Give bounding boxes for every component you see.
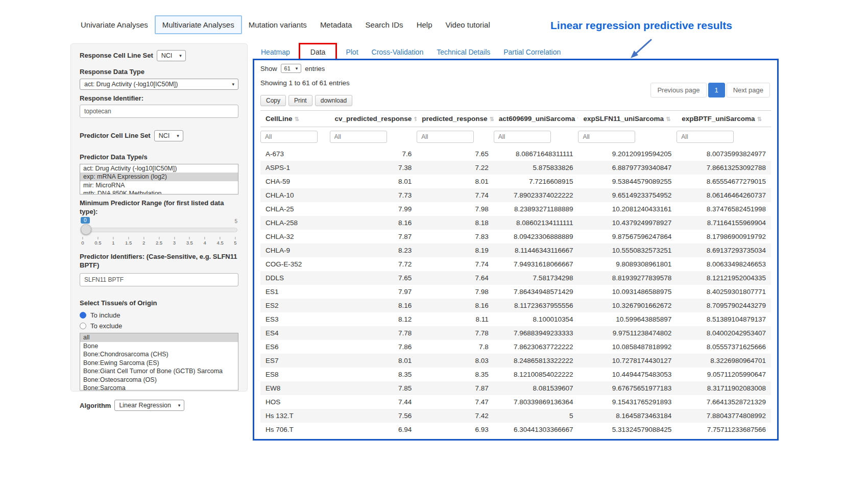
tab-cross-validation[interactable]: Cross-Validation bbox=[365, 45, 430, 59]
predictor-type-option-exp-mrna-expression-log2[interactable]: exp: mRNA Expression (log2) bbox=[80, 173, 238, 181]
table-row[interactable]: Hs 132.T7.567.4258.16458734631847.880437… bbox=[260, 409, 771, 423]
table-row[interactable]: ES88.358.358.1210085402222210.4494475483… bbox=[260, 368, 771, 381]
column-header-expbptf-unisarcoma[interactable]: expBPTF_uniSarcoma⇅ bbox=[677, 111, 771, 127]
predictor-type-option-mth-dna-850k-methylation[interactable]: mth: DNA 850K Methylation bbox=[80, 189, 238, 194]
table-row[interactable]: ES78.018.038.2486581332222210.7278174430… bbox=[260, 354, 771, 368]
table-cell: 7.86613253092788 bbox=[677, 161, 771, 175]
table-cell: 8.1645873463184 bbox=[578, 409, 677, 423]
table-cell: 7.22 bbox=[417, 161, 494, 175]
table-row[interactable]: ES38.128.118.10001035410.5996438858978.5… bbox=[260, 312, 771, 326]
nav-tab-mutation-variants[interactable]: Mutation variants bbox=[242, 16, 314, 33]
print-button[interactable]: Print bbox=[288, 95, 312, 106]
slider-track[interactable] bbox=[81, 228, 237, 232]
table-row[interactable]: CHLA-2588.168.188.0860213411111110.43792… bbox=[260, 216, 771, 230]
cell-line-name: EW8 bbox=[260, 381, 330, 395]
column-header-predicted-response[interactable]: predicted_response⇅ bbox=[417, 111, 494, 127]
table-cell: 10.0858487818992 bbox=[578, 340, 677, 354]
table-row[interactable]: CHLA-327.877.838.094233068888899.8756759… bbox=[260, 230, 771, 243]
table-cell: 7.78 bbox=[417, 326, 494, 340]
tissue-option-all[interactable]: all bbox=[80, 333, 238, 342]
table-row[interactable]: HOS7.447.477.803398691363649.15431765291… bbox=[260, 395, 771, 409]
pagination: Previous page 1 Next page bbox=[650, 83, 770, 97]
column-filter-input-expbptf-unisarcoma[interactable] bbox=[677, 131, 734, 143]
table-row[interactable]: Hs 706.T6.946.936.304413033666675.313245… bbox=[260, 423, 771, 436]
table-cell: 7.80339869136364 bbox=[494, 395, 578, 409]
table-row[interactable]: CHLA-107.737.747.890233740222229.6514923… bbox=[260, 188, 771, 202]
column-filter-input-expslfn11-unisarcoma[interactable] bbox=[578, 131, 635, 143]
radio-to-include[interactable]: To include bbox=[80, 311, 238, 319]
table-cell: 8.00633498246653 bbox=[677, 257, 771, 271]
tissue-option-bone[interactable]: Bone bbox=[80, 342, 238, 351]
table-cell: 9.53844579089255 bbox=[578, 175, 677, 188]
table-row[interactable]: ASPS-17.387.225.8758338266.8879773934084… bbox=[260, 161, 771, 175]
slider-ticks: 00.511.522.533.544.55 bbox=[83, 237, 235, 246]
show-entries-select[interactable]: 61 ▾ bbox=[281, 64, 302, 73]
predictor-type-option-mir-microrna[interactable]: mir: MicroRNA bbox=[80, 181, 238, 190]
slider-value-badge: 0 bbox=[81, 217, 90, 224]
tab-technical-details[interactable]: Technical Details bbox=[430, 45, 497, 59]
column-header-expslfn11-unisarcoma[interactable]: expSLFN11_uniSarcoma⇅ bbox=[578, 111, 677, 127]
tissue-option-bone-ewing-sarcoma-es[interactable]: Bone:Ewing Sarcoma (ES) bbox=[80, 359, 238, 368]
column-header-act609699-unisarcoma[interactable]: act609699_uniSarcoma⇅ bbox=[494, 111, 578, 127]
algorithm-label: Algorithm bbox=[80, 401, 111, 410]
table-cell: 7.42 bbox=[417, 409, 494, 423]
copy-button[interactable]: Copy bbox=[260, 95, 286, 106]
slider-handle[interactable] bbox=[81, 224, 91, 235]
nav-tab-help[interactable]: Help bbox=[410, 16, 439, 33]
table-row[interactable]: ES47.787.787.968839492333339.97511238474… bbox=[260, 326, 771, 340]
cell-line-name: CHLA-9 bbox=[260, 243, 330, 257]
table-row[interactable]: CHLA-98.238.198.1144634311666710.5550832… bbox=[260, 243, 771, 257]
response-cell-line-set-select[interactable]: NCI ▾ bbox=[157, 50, 186, 61]
tab-partial-correlation[interactable]: Partial Correlation bbox=[497, 45, 567, 59]
column-filter-input-cv-predicted-response[interactable] bbox=[330, 131, 387, 143]
column-filter-input-cellline[interactable] bbox=[260, 131, 318, 143]
table-cell: 8.17986900919792 bbox=[677, 230, 771, 243]
nav-tab-search-ids[interactable]: Search IDs bbox=[358, 16, 409, 33]
column-filter-input-act609699-unisarcoma[interactable] bbox=[494, 131, 551, 143]
slider-tick-label: 3 bbox=[173, 237, 176, 246]
tissue-option-bone-sarcoma[interactable]: Bone:Sarcoma bbox=[80, 384, 238, 391]
results-table: CellLine⇅cv_predicted_response⇅predicted… bbox=[260, 110, 771, 436]
nav-tab-metadata[interactable]: Metadata bbox=[314, 16, 359, 33]
current-page-button[interactable]: 1 bbox=[708, 83, 725, 97]
table-row[interactable]: ES17.977.987.8643494857142910.0931486588… bbox=[260, 285, 771, 299]
table-row[interactable]: A-6737.67.658.086716483111119.2012091959… bbox=[260, 147, 771, 161]
table-row[interactable]: EW87.857.878.0815396079.676756519771838.… bbox=[260, 381, 771, 395]
table-row[interactable]: DDLS7.657.647.5817342988.819392778395788… bbox=[260, 271, 771, 285]
nav-tab-univariate-analyses[interactable]: Univariate Analyses bbox=[74, 16, 155, 33]
table-cell: 8.081539607 bbox=[494, 381, 578, 395]
next-page-button[interactable]: Next page bbox=[727, 83, 770, 97]
response-identifier-input[interactable] bbox=[80, 105, 238, 118]
table-cell: 8.00735993824977 bbox=[677, 147, 771, 161]
tissue-option-bone-giant-cell-tumor-of-bone-gctb-sarcoma[interactable]: Bone:Giant Cell Tumor of Bone (GCTB) Sar… bbox=[80, 367, 238, 376]
tab-heatmap[interactable]: Heatmap bbox=[254, 45, 297, 59]
nav-tab-multivariate-analyses[interactable]: Multivariate Analyses bbox=[155, 15, 242, 34]
nav-tab-video-tutorial[interactable]: Video tutorial bbox=[439, 16, 496, 33]
tissue-option-bone-chondrosarcoma-chs[interactable]: Bone:Chondrosarcoma (CHS) bbox=[80, 350, 238, 359]
column-filter-input-predicted-response[interactable] bbox=[417, 131, 474, 143]
tissue-option-bone-osteosarcoma-os[interactable]: Bone:Osteosarcoma (OS) bbox=[80, 376, 238, 384]
response-data-type-select[interactable]: act: Drug Activity (-log10[IC50M]) ▾ bbox=[80, 79, 238, 90]
previous-page-button[interactable]: Previous page bbox=[650, 83, 706, 97]
column-header-cellline[interactable]: CellLine⇅ bbox=[260, 111, 330, 127]
table-row[interactable]: ES28.168.168.1172363795555610.3267901662… bbox=[260, 299, 771, 312]
table-row[interactable]: ES67.867.87.8623063772222210.08584878189… bbox=[260, 340, 771, 354]
table-cell: 7.85 bbox=[330, 381, 417, 395]
tab-data[interactable]: Data bbox=[304, 45, 332, 59]
column-header-cv-predicted-response[interactable]: cv_predicted_response⇅ bbox=[330, 111, 417, 127]
data-panel: Show 61 ▾ entries Showing 1 to 61 of 61 … bbox=[253, 59, 779, 441]
table-row[interactable]: CHLA-257.997.988.2389327118888910.208124… bbox=[260, 202, 771, 216]
table-row[interactable]: CHA-598.018.017.72166089159.538445790892… bbox=[260, 175, 771, 188]
radio-to-exclude[interactable]: To exclude bbox=[80, 322, 238, 330]
algorithm-select[interactable]: Linear Regression ▾ bbox=[114, 400, 184, 411]
predictor-type-option-act-drug-activity-log10-ic50m[interactable]: act: Drug Activity (-log10[IC50M]) bbox=[80, 164, 238, 173]
predictor-cell-line-set-select[interactable]: NCI ▾ bbox=[154, 130, 183, 141]
table-row[interactable]: COG-E-3527.727.747.949316180666679.80893… bbox=[260, 257, 771, 271]
table-cell: 7.83 bbox=[417, 230, 494, 243]
download-button[interactable]: download bbox=[315, 95, 352, 106]
tab-plot[interactable]: Plot bbox=[339, 45, 365, 59]
table-cell: 7.72 bbox=[330, 257, 417, 271]
response-data-type-value: act: Drug Activity (-log10[IC50M]) bbox=[84, 81, 178, 88]
predictor-identifiers-input[interactable] bbox=[80, 273, 238, 286]
cell-line-name: CHA-59 bbox=[260, 175, 330, 188]
